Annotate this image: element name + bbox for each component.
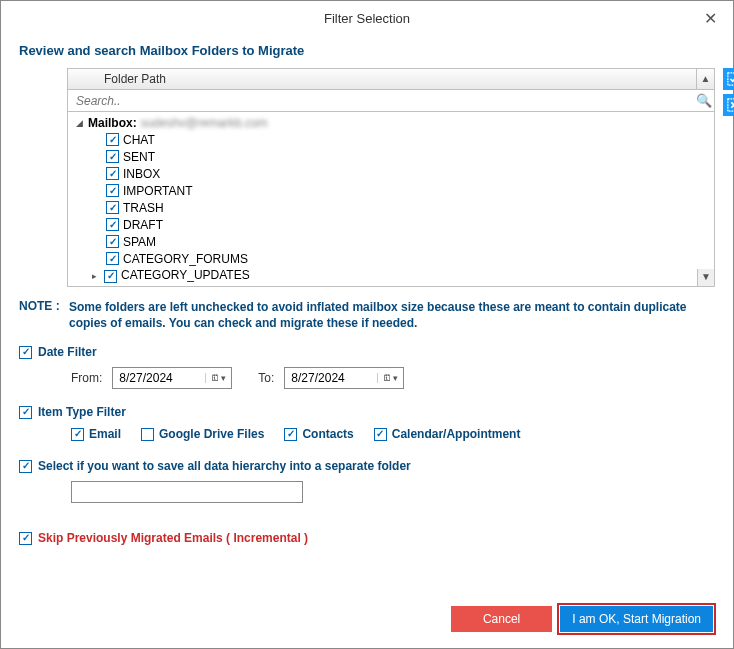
folder-tree-container: Folder Path ▲ 🔍 ◢ Mailbox: sudeshv@remar…: [67, 68, 715, 287]
item-type-label: Calendar/Appointment: [392, 427, 521, 441]
tree-item[interactable]: SENT: [68, 148, 714, 165]
date-from-value: 8/27/2024: [113, 371, 205, 385]
hierarchy-folder-input[interactable]: [71, 481, 303, 503]
tree-item-label: DRAFT: [123, 218, 163, 232]
item-type-label: Contacts: [302, 427, 353, 441]
date-to-label: To:: [258, 371, 274, 385]
dialog-footer: Cancel I am OK, Start Migration: [451, 606, 713, 632]
folder-search-row: 🔍: [67, 90, 715, 112]
tree-item-label: CATEGORY_FORUMS: [123, 252, 248, 266]
calendar-icon[interactable]: 🗓▾: [377, 373, 403, 383]
tree-item-checkbox[interactable]: [104, 270, 117, 283]
tree-item-label: SENT: [123, 150, 155, 164]
cancel-button[interactable]: Cancel: [451, 606, 552, 632]
scroll-up-icon[interactable]: ▲: [696, 69, 714, 89]
expand-icon[interactable]: ▸: [92, 271, 104, 281]
date-filter-label: Date Filter: [38, 345, 97, 359]
scroll-down-icon[interactable]: ▼: [697, 269, 715, 287]
tree-item-checkbox[interactable]: [106, 150, 119, 163]
date-from-input[interactable]: 8/27/2024 🗓▾: [112, 367, 232, 389]
item-type-checkbox[interactable]: [284, 428, 297, 441]
tree-item[interactable]: TRASH: [68, 199, 714, 216]
date-from-label: From:: [71, 371, 102, 385]
root-account: sudeshv@remarkb.com: [141, 116, 268, 130]
tree-item-checkbox[interactable]: [106, 218, 119, 231]
folder-path-header-label: Folder Path: [68, 69, 696, 89]
item-type-option[interactable]: Contacts: [284, 427, 353, 441]
tree-item-label: TRASH: [123, 201, 164, 215]
skip-section: Skip Previously Migrated Emails ( Increm…: [19, 531, 715, 545]
tree-item-label: CHAT: [123, 133, 155, 147]
close-icon[interactable]: ✕: [698, 9, 723, 28]
tree-item-checkbox[interactable]: [106, 235, 119, 248]
tree-item-checkbox[interactable]: [106, 252, 119, 265]
folder-tree: ◢ Mailbox: sudeshv@remarkb.com CHATSENTI…: [67, 112, 715, 287]
tree-item[interactable]: INBOX: [68, 165, 714, 182]
uncheck-all-button[interactable]: [723, 94, 734, 116]
hierarchy-label: Select if you want to save all data hier…: [38, 459, 411, 473]
tree-item-label: CATEGORY_UPDATES: [121, 268, 250, 282]
tree-item[interactable]: CATEGORY_FORUMS: [68, 250, 714, 267]
date-filter-section: Date Filter From: 8/27/2024 🗓▾ To: 8/27/…: [19, 345, 715, 389]
item-type-checkbox[interactable]: [374, 428, 387, 441]
filter-selection-dialog: Filter Selection ✕ Review and search Mai…: [0, 0, 734, 649]
date-filter-checkbox[interactable]: [19, 346, 32, 359]
tree-item[interactable]: CHAT: [68, 131, 714, 148]
item-type-label: Email: [89, 427, 121, 441]
date-to-value: 8/27/2024: [285, 371, 377, 385]
note-text: Some folders are left unchecked to avoid…: [69, 299, 715, 331]
item-type-checkbox[interactable]: [141, 428, 154, 441]
note-label: NOTE :: [19, 299, 69, 331]
hierarchy-checkbox[interactable]: [19, 460, 32, 473]
item-type-option[interactable]: Calendar/Appointment: [374, 427, 521, 441]
hierarchy-section: Select if you want to save all data hier…: [19, 459, 715, 503]
item-type-label: Google Drive Files: [159, 427, 264, 441]
item-type-filter-checkbox[interactable]: [19, 406, 32, 419]
check-all-icon: [727, 72, 734, 86]
collapse-icon[interactable]: ◢: [76, 118, 88, 128]
tree-item-checkbox[interactable]: [106, 167, 119, 180]
root-label: Mailbox:: [88, 116, 137, 130]
item-type-checkbox[interactable]: [71, 428, 84, 441]
skip-checkbox[interactable]: [19, 532, 32, 545]
tree-item-checkbox[interactable]: [106, 201, 119, 214]
note-row: NOTE : Some folders are left unchecked t…: [19, 299, 715, 331]
tree-item[interactable]: IMPORTANT: [68, 182, 714, 199]
tree-item[interactable]: DRAFT: [68, 216, 714, 233]
review-label: Review and search Mailbox Folders to Mig…: [19, 43, 715, 58]
item-type-option[interactable]: Google Drive Files: [141, 427, 264, 441]
start-migration-button[interactable]: I am OK, Start Migration: [560, 606, 713, 632]
tree-item-checkbox[interactable]: [106, 133, 119, 146]
tree-item-checkbox[interactable]: [106, 184, 119, 197]
dialog-title: Filter Selection: [1, 1, 733, 37]
skip-label: Skip Previously Migrated Emails ( Increm…: [38, 531, 308, 545]
calendar-icon[interactable]: 🗓▾: [205, 373, 231, 383]
folder-search-input[interactable]: [68, 94, 694, 108]
check-all-button[interactable]: [723, 68, 734, 90]
item-type-filter-section: Item Type Filter EmailGoogle Drive Files…: [19, 405, 715, 441]
tree-item-label: INBOX: [123, 167, 160, 181]
date-to-input[interactable]: 8/27/2024 🗓▾: [284, 367, 404, 389]
tree-root[interactable]: ◢ Mailbox: sudeshv@remarkb.com: [68, 114, 714, 131]
tree-item[interactable]: ▸CATEGORY_UPDATES: [68, 267, 714, 284]
tree-item-label: SPAM: [123, 235, 156, 249]
search-icon[interactable]: 🔍: [694, 93, 714, 108]
tree-item-label: IMPORTANT: [123, 184, 193, 198]
item-type-filter-label: Item Type Filter: [38, 405, 126, 419]
folder-column-header[interactable]: Folder Path ▲: [67, 68, 715, 90]
item-type-option[interactable]: Email: [71, 427, 121, 441]
tree-item[interactable]: SPAM: [68, 233, 714, 250]
uncheck-all-icon: [727, 98, 734, 112]
